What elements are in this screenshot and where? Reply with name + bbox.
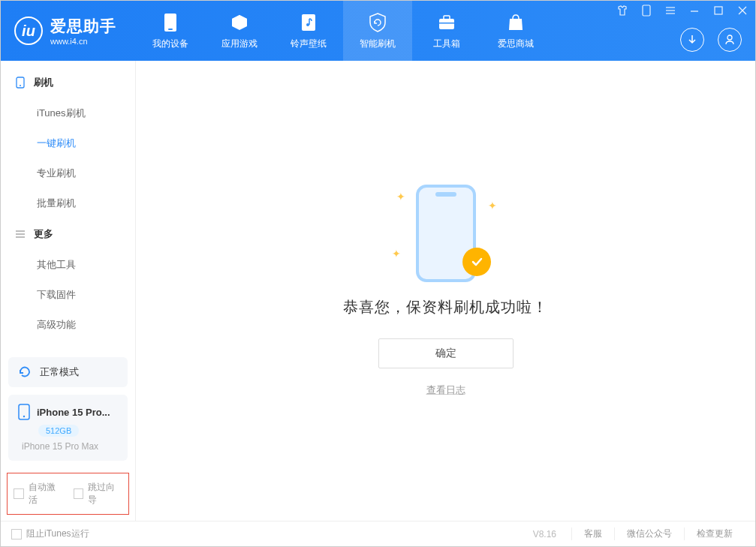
nav-label: 智能刷机 [360,38,396,50]
footer: 阻止iTunes运行 V8.16 客服 微信公众号 检查更新 [1,521,755,546]
checkbox-icon [74,488,84,499]
sidebar-item-itunes-flash[interactable]: iTunes刷机 [1,98,135,128]
app-header: iu 爱思助手 www.i4.cn 我的设备 应用游戏 铃声壁纸 智能刷机 [1,1,755,61]
phone-icon [17,404,31,420]
user-button[interactable] [718,28,742,52]
shield-refresh-icon [367,12,388,33]
nav-label: 爱思商城 [498,38,534,50]
footer-customer-service[interactable]: 客服 [571,527,614,540]
checkbox-label: 跳过向导 [88,481,122,506]
svg-rect-4 [439,19,454,29]
nav-label: 铃声壁纸 [291,38,327,50]
shopping-bag-icon [505,12,526,33]
list-icon [14,228,26,240]
checkbox-label: 自动激活 [29,481,63,506]
nav-my-device[interactable]: 我的设备 [136,1,205,61]
version-label: V8.16 [533,529,556,539]
sidebar-item-pro-flash[interactable]: 专业刷机 [1,158,135,188]
refresh-icon [17,365,32,380]
app-title: 爱思助手 [50,16,116,37]
svg-point-17 [20,85,21,86]
sidebar-item-batch-flash[interactable]: 批量刷机 [1,188,135,218]
options-box: 自动激活 跳过向导 [7,473,129,515]
check-badge-icon [462,248,491,276]
sidebar-group-title: 刷机 [34,76,53,89]
svg-rect-1 [168,29,173,30]
svg-rect-6 [439,23,454,24]
svg-point-15 [727,35,732,40]
checkbox-label: 阻止iTunes运行 [26,527,89,540]
main-nav: 我的设备 应用游戏 铃声壁纸 智能刷机 工具箱 爱思商城 [136,1,550,61]
header-right [680,28,742,52]
success-illustration: ✦ ✦ ✦ [386,185,506,282]
ok-button[interactable]: 确定 [378,338,514,368]
success-title: 恭喜您，保资料刷机成功啦！ [343,297,548,317]
toolbox-icon [436,12,457,33]
sidebar-group-flash[interactable]: 刷机 [1,67,135,98]
window-controls [614,2,751,19]
maximize-icon[interactable] [710,2,727,19]
block-itunes-checkbox[interactable]: 阻止iTunes运行 [11,527,89,540]
svg-rect-2 [302,14,315,31]
device-info[interactable]: iPhone 15 Pro... 512GB iPhone 15 Pro Max [8,395,128,461]
cube-icon [229,12,250,33]
logo-icon: iu [14,17,43,45]
download-button[interactable] [680,28,704,52]
checkbox-icon [11,529,22,539]
phone-icon [160,12,181,33]
nav-label: 工具箱 [433,38,460,50]
sidebar-group-more[interactable]: 更多 [1,218,135,250]
skip-wizard-checkbox[interactable]: 跳过向导 [74,481,123,506]
nav-store[interactable]: 爱思商城 [481,1,550,61]
nav-smart-flash[interactable]: 智能刷机 [343,1,412,61]
checkbox-icon [14,488,24,499]
device-model: iPhone 15 Pro Max [22,441,119,452]
nav-ringtones[interactable]: 铃声壁纸 [274,1,343,61]
main-content: ✦ ✦ ✦ 恭喜您，保资料刷机成功啦！ 确定 查看日志 [136,61,755,521]
svg-rect-5 [444,16,450,20]
mode-status[interactable]: 正常模式 [8,357,128,387]
svg-point-3 [306,23,309,26]
nav-toolbox[interactable]: 工具箱 [412,1,481,61]
app-subtitle: www.i4.cn [50,37,116,46]
sidebar-item-download-firmware[interactable]: 下载固件 [1,280,135,310]
music-icon [298,12,319,33]
sparkle-icon: ✦ [392,248,401,260]
sidebar-item-other-tools[interactable]: 其他工具 [1,250,135,280]
svg-rect-7 [643,5,650,16]
close-icon[interactable] [734,2,751,19]
view-log-link[interactable]: 查看日志 [426,383,465,397]
menu-icon[interactable] [662,2,679,19]
sidebar-item-advanced[interactable]: 高级功能 [1,310,135,340]
mode-label: 正常模式 [40,365,79,379]
storage-badge: 512GB [38,425,79,437]
svg-rect-12 [715,7,722,14]
nav-label: 应用游戏 [221,38,258,50]
minimize-icon[interactable] [686,2,703,19]
footer-wechat[interactable]: 微信公众号 [614,527,684,540]
logo: iu 爱思助手 www.i4.cn [1,16,136,46]
sparkle-icon: ✦ [396,191,405,203]
footer-check-update[interactable]: 检查更新 [684,527,745,540]
sidebar-group-title: 更多 [34,227,53,241]
auto-activate-checkbox[interactable]: 自动激活 [14,481,63,506]
nav-label: 我的设备 [152,38,188,50]
device-name: iPhone 15 Pro... [37,407,110,418]
svg-point-22 [23,416,25,417]
sidebar: 刷机 iTunes刷机 一键刷机 专业刷机 批量刷机 更多 其他工具 下载固件 … [1,61,136,521]
flash-icon [14,77,26,89]
sidebar-item-oneclick-flash[interactable]: 一键刷机 [1,128,135,158]
mobile-icon[interactable] [638,2,655,19]
skin-icon[interactable] [614,2,631,19]
sparkle-icon: ✦ [488,200,497,212]
nav-apps-games[interactable]: 应用游戏 [205,1,274,61]
